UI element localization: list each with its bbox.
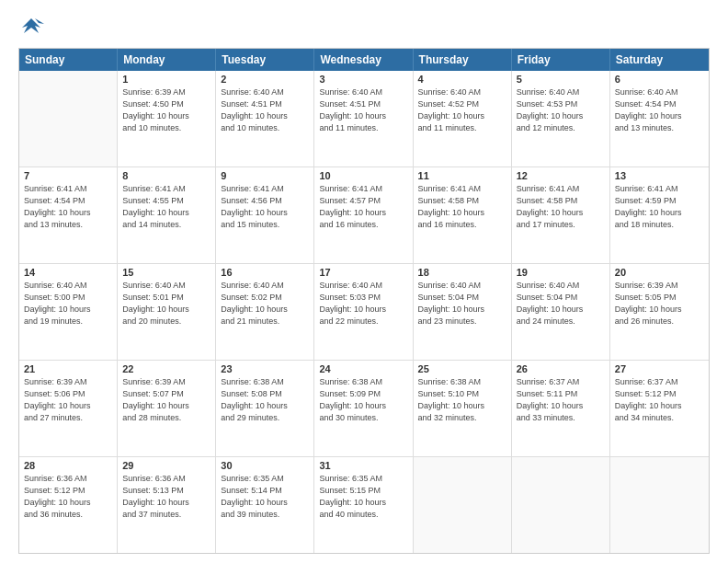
- calendar-cell: 14Sunrise: 6:40 AM Sunset: 5:00 PM Dayli…: [19, 264, 118, 360]
- day-info: Sunrise: 6:40 AM Sunset: 5:04 PM Dayligh…: [517, 280, 605, 327]
- day-number: 17: [319, 267, 407, 278]
- day-number: 13: [615, 170, 704, 181]
- day-number: 7: [24, 170, 112, 181]
- calendar-cell: 13Sunrise: 6:41 AM Sunset: 4:59 PM Dayli…: [610, 167, 709, 263]
- calendar-cell: 16Sunrise: 6:40 AM Sunset: 5:02 PM Dayli…: [216, 264, 314, 360]
- calendar-week: 7Sunrise: 6:41 AM Sunset: 4:54 PM Daylig…: [19, 167, 709, 264]
- calendar-header-cell: Saturday: [610, 49, 709, 71]
- calendar-cell: [19, 71, 118, 167]
- calendar: SundayMondayTuesdayWednesdayThursdayFrid…: [18, 48, 710, 554]
- day-number: 27: [615, 363, 704, 374]
- calendar-cell: 25Sunrise: 6:38 AM Sunset: 5:10 PM Dayli…: [414, 361, 512, 456]
- day-number: 8: [122, 170, 210, 181]
- day-info: Sunrise: 6:41 AM Sunset: 4:58 PM Dayligh…: [418, 183, 506, 231]
- calendar-header-row: SundayMondayTuesdayWednesdayThursdayFrid…: [19, 49, 709, 71]
- day-number: 11: [418, 170, 506, 181]
- day-number: 6: [615, 74, 704, 85]
- calendar-cell: 24Sunrise: 6:38 AM Sunset: 5:09 PM Dayli…: [314, 361, 413, 456]
- calendar-cell: 21Sunrise: 6:39 AM Sunset: 5:06 PM Dayli…: [19, 361, 118, 456]
- day-info: Sunrise: 6:41 AM Sunset: 4:55 PM Dayligh…: [122, 183, 210, 231]
- day-info: Sunrise: 6:37 AM Sunset: 5:12 PM Dayligh…: [615, 376, 704, 424]
- day-info: Sunrise: 6:39 AM Sunset: 5:06 PM Dayligh…: [24, 376, 112, 424]
- day-info: Sunrise: 6:40 AM Sunset: 4:54 PM Dayligh…: [615, 86, 704, 134]
- calendar-cell: 7Sunrise: 6:41 AM Sunset: 4:54 PM Daylig…: [19, 167, 118, 263]
- calendar-cell: 6Sunrise: 6:40 AM Sunset: 4:54 PM Daylig…: [610, 71, 709, 167]
- day-info: Sunrise: 6:40 AM Sunset: 4:53 PM Dayligh…: [517, 86, 605, 134]
- day-number: 25: [418, 363, 506, 374]
- calendar-cell: [414, 457, 512, 553]
- day-number: 31: [319, 460, 407, 471]
- day-number: 29: [122, 460, 210, 471]
- calendar-cell: 3Sunrise: 6:40 AM Sunset: 4:51 PM Daylig…: [314, 71, 413, 167]
- day-number: 28: [24, 460, 112, 471]
- day-info: Sunrise: 6:36 AM Sunset: 5:12 PM Dayligh…: [24, 473, 112, 521]
- calendar-cell: 19Sunrise: 6:40 AM Sunset: 5:04 PM Dayli…: [512, 264, 610, 360]
- day-number: 1: [122, 74, 210, 85]
- day-number: 5: [517, 74, 605, 85]
- calendar-header-cell: Thursday: [414, 49, 512, 71]
- day-info: Sunrise: 6:40 AM Sunset: 5:01 PM Dayligh…: [122, 280, 210, 327]
- calendar-cell: 27Sunrise: 6:37 AM Sunset: 5:12 PM Dayli…: [610, 361, 709, 456]
- day-info: Sunrise: 6:40 AM Sunset: 5:03 PM Dayligh…: [319, 280, 407, 327]
- day-number: 2: [221, 74, 309, 85]
- day-info: Sunrise: 6:39 AM Sunset: 4:50 PM Dayligh…: [122, 86, 210, 134]
- calendar-cell: 10Sunrise: 6:41 AM Sunset: 4:57 PM Dayli…: [314, 167, 413, 263]
- day-info: Sunrise: 6:39 AM Sunset: 5:05 PM Dayligh…: [615, 280, 704, 327]
- day-number: 9: [221, 170, 309, 181]
- calendar-cell: 9Sunrise: 6:41 AM Sunset: 4:56 PM Daylig…: [216, 167, 314, 263]
- day-info: Sunrise: 6:37 AM Sunset: 5:11 PM Dayligh…: [517, 376, 605, 424]
- calendar-header-cell: Monday: [118, 49, 216, 71]
- day-number: 12: [517, 170, 605, 181]
- calendar-cell: 11Sunrise: 6:41 AM Sunset: 4:58 PM Dayli…: [414, 167, 512, 263]
- day-number: 30: [221, 460, 309, 471]
- calendar-week: 28Sunrise: 6:36 AM Sunset: 5:12 PM Dayli…: [19, 457, 709, 553]
- day-number: 10: [319, 170, 407, 181]
- logo-bird-icon: [18, 15, 44, 40]
- page: SundayMondayTuesdayWednesdayThursdayFrid…: [0, 0, 728, 563]
- day-number: 3: [319, 74, 407, 85]
- day-info: Sunrise: 6:41 AM Sunset: 4:59 PM Dayligh…: [615, 183, 704, 231]
- calendar-cell: 17Sunrise: 6:40 AM Sunset: 5:03 PM Dayli…: [314, 264, 413, 360]
- calendar-cell: 15Sunrise: 6:40 AM Sunset: 5:01 PM Dayli…: [118, 264, 216, 360]
- day-info: Sunrise: 6:41 AM Sunset: 4:58 PM Dayligh…: [517, 183, 605, 231]
- day-number: 23: [221, 363, 309, 374]
- calendar-header-cell: Wednesday: [314, 49, 413, 71]
- day-number: 15: [122, 267, 210, 278]
- day-number: 18: [418, 267, 506, 278]
- calendar-week: 21Sunrise: 6:39 AM Sunset: 5:06 PM Dayli…: [19, 361, 709, 457]
- calendar-week: 1Sunrise: 6:39 AM Sunset: 4:50 PM Daylig…: [19, 71, 709, 167]
- logo: [18, 15, 48, 40]
- calendar-header-cell: Tuesday: [216, 49, 314, 71]
- calendar-cell: 30Sunrise: 6:35 AM Sunset: 5:14 PM Dayli…: [216, 457, 314, 553]
- calendar-cell: 31Sunrise: 6:35 AM Sunset: 5:15 PM Dayli…: [314, 457, 413, 553]
- calendar-cell: 23Sunrise: 6:38 AM Sunset: 5:08 PM Dayli…: [216, 361, 314, 456]
- day-info: Sunrise: 6:38 AM Sunset: 5:08 PM Dayligh…: [221, 376, 309, 424]
- day-info: Sunrise: 6:41 AM Sunset: 4:54 PM Dayligh…: [24, 183, 112, 231]
- day-number: 19: [517, 267, 605, 278]
- day-number: 20: [615, 267, 704, 278]
- calendar-cell: [610, 457, 709, 553]
- day-info: Sunrise: 6:35 AM Sunset: 5:14 PM Dayligh…: [221, 473, 309, 521]
- calendar-header-cell: Friday: [512, 49, 610, 71]
- day-info: Sunrise: 6:40 AM Sunset: 5:00 PM Dayligh…: [24, 280, 112, 327]
- day-number: 22: [122, 363, 210, 374]
- day-number: 24: [319, 363, 407, 374]
- calendar-cell: 1Sunrise: 6:39 AM Sunset: 4:50 PM Daylig…: [118, 71, 216, 167]
- day-info: Sunrise: 6:36 AM Sunset: 5:13 PM Dayligh…: [122, 473, 210, 521]
- calendar-cell: [512, 457, 610, 553]
- calendar-header-cell: Sunday: [19, 49, 118, 71]
- calendar-cell: 20Sunrise: 6:39 AM Sunset: 5:05 PM Dayli…: [610, 264, 709, 360]
- day-info: Sunrise: 6:40 AM Sunset: 5:04 PM Dayligh…: [418, 280, 506, 327]
- calendar-cell: 5Sunrise: 6:40 AM Sunset: 4:53 PM Daylig…: [512, 71, 610, 167]
- day-number: 21: [24, 363, 112, 374]
- calendar-body: 1Sunrise: 6:39 AM Sunset: 4:50 PM Daylig…: [19, 71, 709, 553]
- calendar-cell: 8Sunrise: 6:41 AM Sunset: 4:55 PM Daylig…: [118, 167, 216, 263]
- day-info: Sunrise: 6:39 AM Sunset: 5:07 PM Dayligh…: [122, 376, 210, 424]
- day-number: 14: [24, 267, 112, 278]
- day-info: Sunrise: 6:40 AM Sunset: 5:02 PM Dayligh…: [221, 280, 309, 327]
- calendar-week: 14Sunrise: 6:40 AM Sunset: 5:00 PM Dayli…: [19, 264, 709, 361]
- day-number: 4: [418, 74, 506, 85]
- calendar-cell: 4Sunrise: 6:40 AM Sunset: 4:52 PM Daylig…: [414, 71, 512, 167]
- calendar-cell: 29Sunrise: 6:36 AM Sunset: 5:13 PM Dayli…: [118, 457, 216, 553]
- day-info: Sunrise: 6:41 AM Sunset: 4:56 PM Dayligh…: [221, 183, 309, 231]
